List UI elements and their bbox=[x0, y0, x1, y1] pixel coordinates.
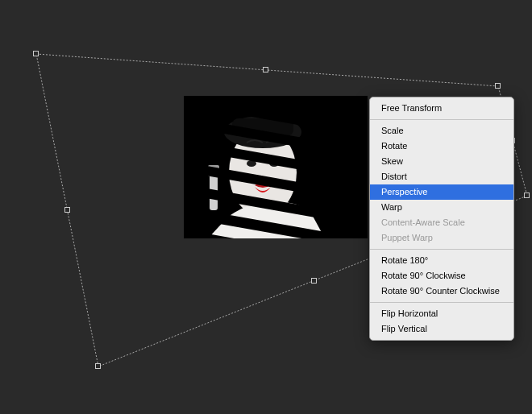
menu-separator bbox=[370, 249, 513, 250]
menu-rotate-90-clockwise[interactable]: Rotate 90° Clockwise bbox=[370, 268, 513, 284]
transform-handle[interactable] bbox=[311, 278, 317, 284]
transform-handle[interactable] bbox=[95, 363, 101, 369]
transform-handle[interactable] bbox=[33, 51, 39, 56]
menu-rotate-90-counter-clockwise[interactable]: Rotate 90° Counter Clockwise bbox=[370, 284, 513, 299]
menu-perspective[interactable]: Perspective bbox=[370, 184, 513, 200]
menu-separator bbox=[370, 302, 513, 303]
menu-content-aware-scale: Content-Aware Scale bbox=[370, 215, 513, 230]
menu-separator bbox=[370, 119, 513, 120]
menu-distort[interactable]: Distort bbox=[370, 169, 513, 184]
menu-warp[interactable]: Warp bbox=[370, 200, 513, 215]
layer-image[interactable] bbox=[184, 96, 368, 238]
transform-handle[interactable] bbox=[64, 207, 70, 213]
menu-rotate[interactable]: Rotate bbox=[370, 139, 513, 154]
transform-handle[interactable] bbox=[263, 67, 268, 72]
menu-skew[interactable]: Skew bbox=[370, 154, 513, 169]
transform-handle[interactable] bbox=[495, 83, 501, 89]
menu-scale[interactable]: Scale bbox=[370, 123, 513, 139]
menu-rotate-180[interactable]: Rotate 180° bbox=[370, 253, 513, 268]
context-menu: Free Transform ScaleRotateSkewDistortPer… bbox=[369, 97, 514, 341]
menu-flip-vertical[interactable]: Flip Vertical bbox=[370, 321, 513, 337]
transform-handle[interactable] bbox=[524, 193, 530, 198]
menu-puppet-warp: Puppet Warp bbox=[370, 230, 513, 246]
menu-flip-horizontal[interactable]: Flip Horizontal bbox=[370, 306, 513, 321]
menu-free-transform[interactable]: Free Transform bbox=[370, 101, 513, 116]
editor-canvas[interactable]: Free Transform ScaleRotateSkewDistortPer… bbox=[0, 0, 532, 414]
